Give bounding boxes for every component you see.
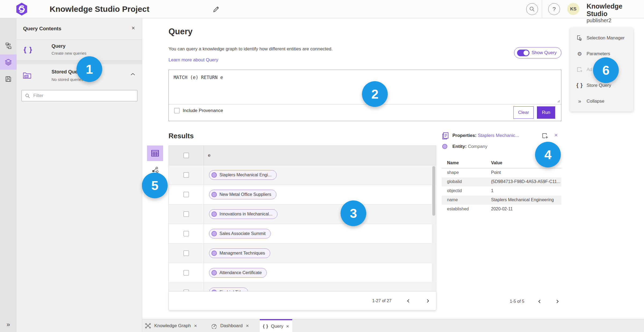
table-row[interactable]: New Metal Office Suppliers [169,185,436,204]
row-checkbox[interactable] [184,192,189,197]
annotation-badge-2: 2 [362,81,388,107]
search-button[interactable] [526,3,538,15]
query-item-subtitle: Create new queries [52,51,86,55]
entity-type-dot [211,172,217,178]
row-checkbox[interactable] [184,172,189,178]
learn-more-link[interactable]: Learn more about Query [169,57,218,63]
panel-item-query[interactable]: { } Query Create new queries [17,40,142,61]
search-icon [22,93,30,98]
include-provenance-label: Include Provenance [183,108,223,113]
table-row[interactable]: Sales Associate Summit [169,224,436,244]
rail-item-save[interactable] [0,71,17,87]
help-button[interactable]: ? [548,3,560,15]
entity-pill[interactable]: New Metal Office Suppliers [209,190,276,199]
account-info[interactable]: Knowledge Studio publisher2 [587,3,644,23]
entity-pill[interactable]: Attendance Certificate [209,268,267,278]
dashboard-gauge-icon [211,323,217,329]
save-icon [5,76,12,83]
annotation-badge-5: 5 [142,173,168,198]
results-title: Results [169,132,194,140]
row-checkbox[interactable] [184,211,189,217]
tab-query-active[interactable]: { } Query × [260,319,292,332]
chevron-left-icon[interactable] [537,299,542,304]
braces-icon: { } [576,82,583,88]
property-row[interactable]: established2020-02-11 [442,205,561,214]
entity-type-dot [211,231,217,236]
query-description: You can query a knowledge graph to ident… [169,46,332,52]
select-all-checkbox[interactable] [184,153,189,158]
table-icon [151,150,159,157]
row-checkbox[interactable] [184,270,189,275]
table-row[interactable]: Attendance Certificate [169,263,436,283]
chevron-right-icon[interactable] [555,299,560,304]
clear-button[interactable]: Clear [513,106,534,119]
menu-item-selection-manager[interactable]: Selection Manager [570,30,633,46]
annotation-badge-6: 6 [593,57,619,83]
properties-close-icon[interactable]: × [554,132,558,138]
tab-close-icon[interactable]: × [286,323,289,329]
property-row[interactable]: shapePoint [442,168,561,177]
chevron-right-icon[interactable] [425,299,430,303]
gear-icon: ⚙ [576,51,583,57]
topbar-divider [542,0,542,18]
results-pagination: 1-27 of 27 [169,291,436,311]
account-name: Knowledge Studio [587,3,644,17]
tab-knowledge-graph[interactable]: Knowledge Graph × [143,319,199,332]
braces-icon: { } [263,324,268,329]
value-column-header: Value [491,161,502,165]
table-scrollbar[interactable] [432,165,436,291]
show-query-label: Show Query [532,50,557,55]
scrollbar-thumb[interactable] [432,166,435,216]
avatar[interactable]: KS [567,3,579,15]
entity-pill[interactable]: Sales Associate Summit [209,229,271,238]
resize-handle[interactable] [556,99,560,103]
query-code-input[interactable]: MATCH (e) RETURN e [174,75,223,80]
knowledge-studio-app: Knowledge Studio Project ? KS Knowledge … [0,0,644,332]
entity-pill[interactable]: Staplers Mechanical Engi... [209,170,277,180]
panel-close-icon[interactable]: × [131,25,135,32]
entity-pill[interactable]: Managment Techniques [209,248,270,258]
expand-rail-chevrons[interactable]: » [0,321,17,328]
run-button[interactable]: Run [537,106,555,119]
property-row[interactable]: nameStaplers Mechanical Engineering [442,196,561,205]
app-logo-icon[interactable] [15,2,29,16]
table-view-button[interactable] [147,146,163,161]
results-table: e Staplers Mechanical Engi... New Metal … [169,146,436,291]
entity-pill[interactable]: Firebird Title [209,288,248,291]
property-row[interactable]: objectid1 [442,186,561,196]
tab-dashboard[interactable]: Dashboard × [209,319,251,332]
entity-pill[interactable]: Innovations in Mechanical... [209,209,277,219]
project-title: Knowledge Studio Project [50,5,149,14]
entity-type-dot [211,211,217,217]
rail-item-schema[interactable] [0,38,17,53]
entity-type-dot [211,251,217,256]
entity-type-value: Company [468,144,488,149]
selected-entity-link[interactable]: Staplers Mechanic... [478,133,519,138]
include-provenance-checkbox[interactable] [174,108,180,113]
top-bar: Knowledge Studio Project ? KS Knowledge … [0,0,644,18]
row-checkbox[interactable] [184,251,189,256]
edit-title-button[interactable] [212,5,221,14]
chevron-left-icon[interactable] [406,299,411,303]
chevron-up-icon[interactable] [130,72,136,76]
tab-close-icon[interactable]: × [246,323,249,329]
filter-input[interactable] [33,93,130,98]
property-row[interactable]: globalid{5D9B4713-F98D-4A53-A59F-C11... [442,177,561,186]
collapse-chevrons-icon: » [576,98,583,104]
add-to-selection-icon[interactable] [541,132,548,139]
table-row[interactable]: Managment Techniques [169,244,436,263]
menu-item-collapse[interactable]: » Collapse [570,93,633,109]
query-page-title: Query [169,27,193,36]
table-row[interactable]: Innovations in Mechanical... [169,204,436,224]
row-checkbox[interactable] [184,231,189,236]
show-query-toggle[interactable]: Show Query [514,47,561,58]
filter-field [21,90,137,101]
rail-item-contents-active[interactable] [0,54,17,70]
annotation-badge-3: 3 [341,200,366,226]
tab-close-icon[interactable]: × [194,323,197,329]
properties-range-text: 1-5 of 5 [510,299,524,304]
table-row[interactable]: Staplers Mechanical Engi... [169,165,436,185]
table-row[interactable]: Firebird Title [169,283,436,291]
entity-type-dot [211,270,217,275]
toggle-track[interactable] [517,50,529,56]
